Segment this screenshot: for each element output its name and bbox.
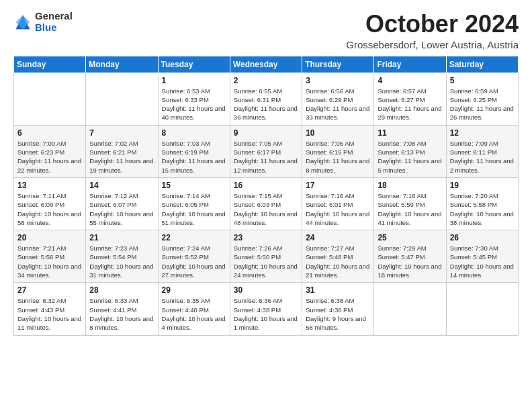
day-info: Sunrise: 7:12 AM Sunset: 6:07 PM Dayligh… [89, 191, 154, 227]
calendar-cell: 4Sunrise: 6:57 AM Sunset: 6:27 PM Daylig… [374, 73, 446, 125]
calendar-week: 27Sunrise: 6:32 AM Sunset: 4:43 PM Dayli… [14, 283, 519, 335]
day-info: Sunrise: 7:21 AM Sunset: 5:56 PM Dayligh… [17, 244, 82, 279]
day-number: 29 [162, 285, 226, 295]
day-info: Sunrise: 6:32 AM Sunset: 4:43 PM Dayligh… [17, 296, 82, 332]
day-info: Sunrise: 7:03 AM Sunset: 6:19 PM Dayligh… [162, 139, 226, 175]
calendar-body: 1Sunrise: 6:53 AM Sunset: 6:33 PM Daylig… [14, 73, 519, 335]
day-info: Sunrise: 7:27 AM Sunset: 5:48 PM Dayligh… [306, 244, 370, 279]
calendar-cell: 20Sunrise: 7:21 AM Sunset: 5:56 PM Dayli… [14, 230, 86, 283]
day-info: Sunrise: 6:33 AM Sunset: 4:41 PM Dayligh… [89, 296, 154, 332]
calendar-cell [446, 283, 518, 335]
day-info: Sunrise: 7:24 AM Sunset: 5:52 PM Dayligh… [162, 244, 226, 279]
day-info: Sunrise: 7:30 AM Sunset: 5:45 PM Dayligh… [450, 244, 515, 279]
logo-general: General [35, 11, 73, 22]
day-number: 25 [378, 233, 442, 242]
day-number: 11 [378, 128, 442, 138]
day-info: Sunrise: 6:38 AM Sunset: 4:36 PM Dayligh… [306, 296, 370, 332]
day-number: 31 [306, 285, 370, 295]
calendar-cell: 27Sunrise: 6:32 AM Sunset: 4:43 PM Dayli… [14, 283, 86, 335]
calendar-header: SundayMondayTuesdayWednesdayThursdayFrid… [14, 56, 519, 73]
day-info: Sunrise: 7:14 AM Sunset: 6:05 PM Dayligh… [162, 191, 226, 227]
day-number: 28 [89, 285, 154, 295]
page: General Blue October 2024 Grossebersdorf… [0, 0, 532, 411]
day-info: Sunrise: 7:09 AM Sunset: 6:11 PM Dayligh… [450, 139, 515, 175]
calendar-cell [14, 73, 86, 125]
day-info: Sunrise: 6:59 AM Sunset: 6:25 PM Dayligh… [450, 87, 515, 122]
location-title: Grossebersdorf, Lower Austria, Austria [346, 39, 519, 50]
day-number: 24 [306, 233, 370, 242]
calendar-cell: 23Sunrise: 7:26 AM Sunset: 5:50 PM Dayli… [230, 230, 302, 283]
day-info: Sunrise: 6:56 AM Sunset: 6:29 PM Dayligh… [306, 87, 370, 122]
calendar-cell: 8Sunrise: 7:03 AM Sunset: 6:19 PM Daylig… [158, 125, 230, 177]
day-number: 13 [17, 181, 82, 190]
calendar-week: 20Sunrise: 7:21 AM Sunset: 5:56 PM Dayli… [14, 230, 519, 283]
calendar-cell: 14Sunrise: 7:12 AM Sunset: 6:07 PM Dayli… [86, 177, 158, 230]
logo-blue: Blue [35, 22, 73, 34]
header-day: Saturday [446, 56, 518, 73]
header-day: Sunday [14, 56, 86, 73]
day-number: 10 [306, 128, 370, 138]
calendar-cell: 5Sunrise: 6:59 AM Sunset: 6:25 PM Daylig… [446, 73, 518, 125]
calendar-cell: 21Sunrise: 7:23 AM Sunset: 5:54 PM Dayli… [86, 230, 158, 283]
day-info: Sunrise: 7:23 AM Sunset: 5:54 PM Dayligh… [89, 244, 154, 279]
calendar-cell: 26Sunrise: 7:30 AM Sunset: 5:45 PM Dayli… [446, 230, 518, 283]
header-day: Friday [374, 56, 446, 73]
day-info: Sunrise: 7:06 AM Sunset: 6:15 PM Dayligh… [306, 139, 370, 175]
calendar-table: SundayMondayTuesdayWednesdayThursdayFrid… [13, 56, 519, 336]
calendar-cell: 9Sunrise: 7:05 AM Sunset: 6:17 PM Daylig… [230, 125, 302, 177]
day-number: 14 [89, 181, 154, 190]
day-info: Sunrise: 6:55 AM Sunset: 6:31 PM Dayligh… [234, 87, 298, 122]
header: General Blue October 2024 Grossebersdorf… [13, 11, 519, 50]
day-number: 5 [450, 76, 515, 85]
calendar-cell: 29Sunrise: 6:35 AM Sunset: 4:40 PM Dayli… [158, 283, 230, 335]
day-info: Sunrise: 7:02 AM Sunset: 6:21 PM Dayligh… [89, 139, 154, 175]
day-info: Sunrise: 7:16 AM Sunset: 6:01 PM Dayligh… [306, 191, 370, 227]
calendar-cell [374, 283, 446, 335]
calendar-week: 13Sunrise: 7:11 AM Sunset: 6:09 PM Dayli… [14, 177, 519, 230]
calendar-cell: 22Sunrise: 7:24 AM Sunset: 5:52 PM Dayli… [158, 230, 230, 283]
day-number: 3 [306, 76, 370, 85]
calendar-cell: 30Sunrise: 6:36 AM Sunset: 4:38 PM Dayli… [230, 283, 302, 335]
calendar-cell: 24Sunrise: 7:27 AM Sunset: 5:48 PM Dayli… [302, 230, 374, 283]
day-number: 12 [450, 128, 515, 138]
day-info: Sunrise: 7:20 AM Sunset: 5:58 PM Dayligh… [450, 191, 515, 227]
day-number: 27 [17, 285, 82, 295]
day-info: Sunrise: 6:57 AM Sunset: 6:27 PM Dayligh… [378, 87, 442, 122]
day-number: 1 [162, 76, 226, 85]
day-number: 22 [162, 233, 226, 242]
header-row: SundayMondayTuesdayWednesdayThursdayFrid… [14, 56, 519, 73]
header-day: Thursday [302, 56, 374, 73]
header-day: Tuesday [158, 56, 230, 73]
calendar-cell: 3Sunrise: 6:56 AM Sunset: 6:29 PM Daylig… [302, 73, 374, 125]
day-info: Sunrise: 7:08 AM Sunset: 6:13 PM Dayligh… [378, 139, 442, 175]
day-number: 18 [378, 181, 442, 190]
day-info: Sunrise: 7:15 AM Sunset: 6:03 PM Dayligh… [234, 191, 298, 227]
title-block: October 2024 Grossebersdorf, Lower Austr… [346, 11, 519, 50]
day-info: Sunrise: 6:36 AM Sunset: 4:38 PM Dayligh… [234, 296, 298, 332]
calendar-cell: 17Sunrise: 7:16 AM Sunset: 6:01 PM Dayli… [302, 177, 374, 230]
day-info: Sunrise: 7:11 AM Sunset: 6:09 PM Dayligh… [17, 191, 82, 227]
day-number: 20 [17, 233, 82, 242]
calendar-cell: 1Sunrise: 6:53 AM Sunset: 6:33 PM Daylig… [158, 73, 230, 125]
calendar-cell: 19Sunrise: 7:20 AM Sunset: 5:58 PM Dayli… [446, 177, 518, 230]
day-info: Sunrise: 7:26 AM Sunset: 5:50 PM Dayligh… [234, 244, 298, 279]
day-info: Sunrise: 7:29 AM Sunset: 5:47 PM Dayligh… [378, 244, 442, 279]
day-number: 19 [450, 181, 515, 190]
header-day: Wednesday [230, 56, 302, 73]
day-number: 4 [378, 76, 442, 85]
logo: General Blue [13, 11, 73, 33]
calendar-cell: 7Sunrise: 7:02 AM Sunset: 6:21 PM Daylig… [86, 125, 158, 177]
day-number: 2 [234, 76, 298, 85]
calendar-week: 1Sunrise: 6:53 AM Sunset: 6:33 PM Daylig… [14, 73, 519, 125]
calendar-cell: 25Sunrise: 7:29 AM Sunset: 5:47 PM Dayli… [374, 230, 446, 283]
calendar-cell: 6Sunrise: 7:00 AM Sunset: 6:23 PM Daylig… [14, 125, 86, 177]
logo-icon [13, 13, 32, 32]
calendar-cell [86, 73, 158, 125]
calendar-week: 6Sunrise: 7:00 AM Sunset: 6:23 PM Daylig… [14, 125, 519, 177]
header-day: Monday [86, 56, 158, 73]
day-number: 17 [306, 181, 370, 190]
day-info: Sunrise: 7:05 AM Sunset: 6:17 PM Dayligh… [234, 139, 298, 175]
day-number: 26 [450, 233, 515, 242]
calendar-cell: 28Sunrise: 6:33 AM Sunset: 4:41 PM Dayli… [86, 283, 158, 335]
day-number: 8 [162, 128, 226, 138]
